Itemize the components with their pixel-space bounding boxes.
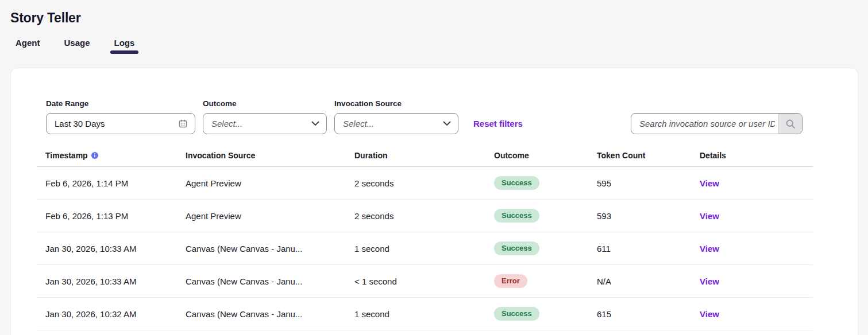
cell-invocation-source: Canvas (New Canvas - Janu... — [177, 244, 346, 254]
invocation-source-label: Invocation Source — [334, 99, 458, 108]
cell-duration: < 1 second — [346, 276, 485, 286]
outcome-badge: Success — [494, 307, 539, 321]
cell-duration: 1 second — [346, 244, 485, 254]
outcome-select-placeholder: Select... — [211, 119, 242, 128]
date-range-filter: Date Range Last 30 Days — [46, 99, 195, 134]
cell-timestamp: Jan 30, 2026, 10:33 AM — [37, 276, 177, 286]
date-range-label: Date Range — [46, 99, 195, 108]
outcome-badge: Error — [494, 274, 527, 288]
cell-token-count: 611 — [588, 244, 691, 254]
search-input[interactable] — [631, 114, 778, 134]
view-details-link[interactable]: View — [700, 178, 719, 188]
outcome-label: Outcome — [203, 99, 327, 108]
cell-timestamp: Jan 30, 2026, 10:33 AM — [37, 244, 177, 254]
page-header: Story Teller Agent Usage Logs — [0, 0, 868, 54]
cell-timestamp: Feb 6, 2026, 1:14 PM — [37, 178, 177, 188]
table-row: Feb 6, 2026, 1:13 PM Agent Preview 2 sec… — [37, 200, 813, 232]
cell-token-count: 595 — [588, 178, 691, 188]
search-icon — [785, 118, 796, 130]
cell-token-count: 593 — [588, 211, 691, 221]
chevron-down-icon — [443, 121, 451, 126]
info-icon[interactable] — [91, 152, 98, 159]
column-header-outcome: Outcome — [485, 151, 588, 160]
reset-filters-button[interactable]: Reset filters — [473, 113, 523, 134]
invocation-source-filter: Invocation Source Select... — [334, 99, 458, 134]
cell-duration: 1 second — [346, 309, 485, 319]
cell-invocation-source: Agent Preview — [177, 178, 346, 188]
tab-bar: Agent Usage Logs — [10, 38, 858, 54]
page-title: Story Teller — [10, 10, 858, 26]
column-header-token-count: Token Count — [588, 151, 691, 160]
table-header-row: Timestamp Invocation Source Duration Out… — [37, 145, 813, 167]
tab-agent[interactable]: Agent — [11, 38, 44, 54]
outcome-badge: Success — [494, 241, 539, 255]
date-range-value: Last 30 Days — [55, 119, 105, 128]
tab-logs[interactable]: Logs — [110, 38, 139, 54]
invocation-source-select[interactable]: Select... — [334, 113, 458, 134]
view-details-link[interactable]: View — [700, 211, 719, 221]
outcome-filter: Outcome Select... — [203, 99, 327, 134]
column-header-details: Details — [691, 151, 813, 160]
cell-token-count: 615 — [588, 309, 691, 319]
filters-row: Date Range Last 30 Days — [46, 99, 803, 134]
tab-usage[interactable]: Usage — [60, 38, 94, 54]
logs-table: Timestamp Invocation Source Duration Out… — [37, 145, 813, 330]
cell-invocation-source: Canvas (New Canvas - Janu... — [177, 309, 346, 319]
table-row: Jan 30, 2026, 10:33 AM Canvas (New Canva… — [37, 232, 813, 265]
calendar-icon — [178, 119, 188, 128]
cell-invocation-source: Canvas (New Canvas - Janu... — [177, 276, 346, 286]
view-details-link[interactable]: View — [700, 309, 719, 319]
table-row: Jan 30, 2026, 10:33 AM Canvas (New Canva… — [37, 265, 813, 298]
column-header-timestamp: Timestamp — [37, 151, 177, 160]
search-button[interactable] — [778, 114, 802, 134]
column-header-duration: Duration — [346, 151, 485, 160]
invocation-source-select-placeholder: Select... — [343, 119, 374, 128]
date-range-input[interactable]: Last 30 Days — [46, 113, 195, 134]
table-row: Jan 30, 2026, 10:32 AM Canvas (New Canva… — [37, 298, 813, 330]
table-row: Feb 6, 2026, 1:14 PM Agent Preview 2 sec… — [37, 167, 813, 200]
search-box — [631, 113, 803, 134]
outcome-badge: Success — [494, 209, 539, 223]
cell-token-count: N/A — [588, 276, 691, 286]
logs-panel: Date Range Last 30 Days — [10, 68, 858, 335]
outcome-select[interactable]: Select... — [203, 113, 327, 134]
cell-timestamp: Feb 6, 2026, 1:13 PM — [37, 211, 177, 221]
chevron-down-icon — [311, 121, 319, 126]
view-details-link[interactable]: View — [700, 276, 719, 286]
column-header-invocation-source: Invocation Source — [177, 151, 346, 160]
outcome-badge: Success — [494, 176, 539, 190]
cell-duration: 2 seconds — [346, 178, 485, 188]
view-details-link[interactable]: View — [700, 244, 719, 254]
cell-timestamp: Jan 30, 2026, 10:32 AM — [37, 309, 177, 319]
cell-duration: 2 seconds — [346, 211, 485, 221]
cell-invocation-source: Agent Preview — [177, 211, 346, 221]
